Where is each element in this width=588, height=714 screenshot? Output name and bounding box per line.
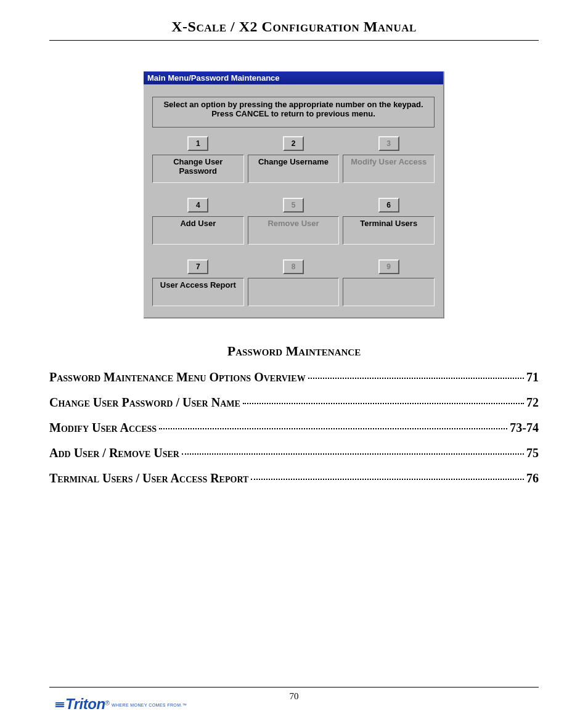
option-3: 3Modify User Access (343, 136, 435, 183)
option-key-4[interactable]: 4 (187, 198, 208, 213)
instruction-box: Select an option by pressing the appropr… (152, 97, 435, 128)
option-key-2[interactable]: 2 (283, 136, 304, 151)
options-grid: 1Change User Password2Change Username3Mo… (152, 136, 435, 306)
toc-page: 73-74 (510, 421, 539, 435)
option-label-3: Modify User Access (343, 155, 435, 183)
toc-row: Modify User Access 73-74 (49, 421, 539, 435)
toc-label: Add User / Remove User (49, 446, 179, 460)
toc-leader (182, 453, 524, 455)
option-key-9: 9 (378, 259, 399, 274)
window-titlebar: Main Menu/Password Maintenance (144, 71, 443, 84)
window-body: Select an option by pressing the appropr… (144, 84, 443, 317)
option-key-6[interactable]: 6 (378, 198, 399, 213)
option-label-8 (248, 278, 340, 306)
option-label-5: Remove User (248, 216, 340, 245)
option-6: 6Terminal Users (343, 198, 435, 245)
toc-row: Change User Password / User Name 72 (49, 396, 539, 410)
section-heading: Password Maintenance (49, 343, 539, 359)
toc-label: Modify User Access (49, 421, 157, 435)
brand-registered: ® (105, 700, 110, 707)
toc-leader (251, 479, 524, 480)
option-1: 1Change User Password (152, 136, 244, 183)
option-2: 2Change Username (248, 136, 340, 183)
toc-row: Password Maintenance Menu Options Overvi… (49, 370, 539, 384)
option-key-3: 3 (378, 136, 399, 151)
toc-label: Password Maintenance Menu Options Overvi… (49, 370, 306, 384)
password-maintenance-screenshot: Main Menu/Password Maintenance Select an… (144, 71, 444, 318)
option-5: 5Remove User (248, 198, 340, 245)
toc-page: 76 (526, 471, 539, 485)
toc-page: 72 (526, 396, 539, 410)
option-label-1[interactable]: Change User Password (152, 155, 244, 183)
option-label-4[interactable]: Add User (152, 216, 244, 245)
page-footer: 70 Triton®WHERE MONEY COMES FROM.™ (49, 687, 539, 702)
option-key-8: 8 (283, 259, 304, 274)
option-key-5: 5 (283, 198, 304, 213)
toc-label: Change User Password / User Name (49, 396, 240, 410)
option-label-7[interactable]: User Access Report (152, 278, 244, 306)
option-7: 7User Access Report (152, 259, 244, 306)
option-4: 4Add User (152, 198, 244, 245)
option-9: 9 (343, 259, 435, 306)
option-key-1[interactable]: 1 (187, 136, 208, 151)
brand-tagline: WHERE MONEY COMES FROM.™ (112, 703, 187, 707)
toc-leader (159, 428, 507, 429)
option-label-2[interactable]: Change Username (248, 155, 340, 183)
brand-name: Triton (65, 696, 105, 712)
toc-label: Terminal Users / User Access Report (49, 471, 248, 485)
instruction-line-2: Press CANCEL to return to previous menu. (157, 109, 430, 118)
option-label-9 (343, 278, 435, 306)
instruction-line-1: Select an option by pressing the appropr… (157, 100, 430, 109)
option-8: 8 (248, 259, 340, 306)
page-header-title: X-Scale / X2 Configuration Manual (49, 18, 539, 40)
toc-page: 71 (526, 370, 539, 384)
option-key-7[interactable]: 7 (187, 259, 208, 274)
table-of-contents: Password Maintenance Menu Options Overvi… (49, 370, 539, 485)
toc-row: Terminal Users / User Access Report 76 (49, 471, 539, 485)
toc-page: 75 (526, 446, 539, 460)
footer-rule (49, 687, 539, 688)
toc-leader (308, 378, 524, 379)
header-rule (49, 40, 539, 41)
brand-stripes-icon (55, 702, 64, 708)
brand-logo-block: Triton®WHERE MONEY COMES FROM.™ (55, 696, 187, 713)
toc-leader (243, 403, 524, 404)
option-label-6[interactable]: Terminal Users (343, 216, 435, 245)
toc-row: Add User / Remove User 75 (49, 446, 539, 460)
